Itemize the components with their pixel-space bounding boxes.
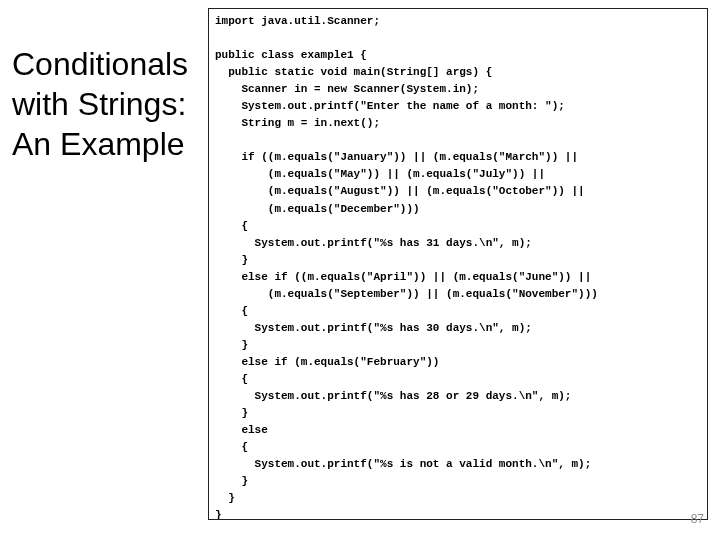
page-number: 87: [691, 512, 704, 526]
code-block: import java.util.Scanner; public class e…: [208, 8, 708, 520]
title-line-3: An Example: [12, 126, 185, 162]
slide: Conditionals with Strings: An Example im…: [0, 0, 720, 540]
slide-title: Conditionals with Strings: An Example: [12, 44, 204, 164]
title-line-1: Conditionals: [12, 46, 188, 82]
title-line-2: with Strings:: [12, 86, 186, 122]
